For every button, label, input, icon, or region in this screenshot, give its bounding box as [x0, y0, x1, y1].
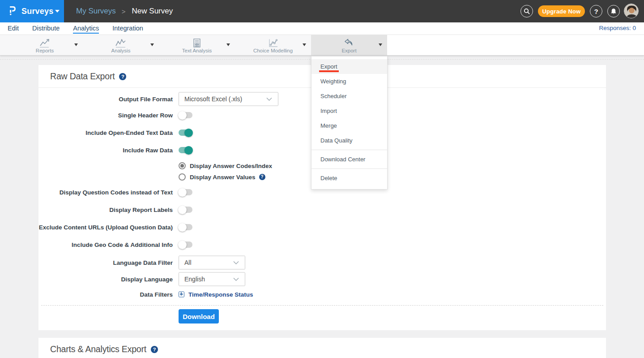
output-file-format-select[interactable]: Microsoft Excel (.xls)	[179, 92, 278, 106]
help-button[interactable]: ?	[590, 5, 602, 17]
responses-count: Responses: 0	[599, 22, 636, 35]
export-caret-icon	[379, 43, 382, 46]
questionpro-logo-icon	[10, 6, 16, 15]
menu-divider	[311, 168, 387, 169]
menu-item-export[interactable]: Export	[311, 59, 387, 74]
answer-values-help-icon[interactable]: ?	[259, 174, 265, 180]
language-data-filter-select[interactable]: All	[179, 256, 245, 270]
tab-analytics[interactable]: Analytics	[73, 24, 99, 34]
menu-item-delete[interactable]: Delete	[311, 171, 387, 185]
form-dashed-divider	[41, 305, 603, 306]
avatar-photo	[624, 4, 639, 18]
text-analysis-icon	[190, 38, 204, 48]
menu-item-import[interactable]: Import	[311, 104, 387, 118]
plus-square-icon	[179, 292, 184, 298]
export-dropdown-menu: Export Weighting Scheduler Import Merge …	[311, 56, 388, 190]
raw-data-export-help-icon[interactable]: ?	[119, 73, 126, 80]
breadcrumb: My Surveys > New Survey	[76, 0, 173, 22]
top-bar: Surveys My Surveys > New Survey Upgrade …	[0, 0, 644, 22]
analytics-toolbar: Reports Analysis Text Analysis	[0, 35, 644, 56]
include-raw-data-toggle[interactable]	[179, 147, 192, 153]
display-language-select[interactable]: English	[179, 272, 245, 286]
search-button[interactable]	[520, 5, 533, 17]
analysis-caret-icon	[150, 43, 154, 46]
breadcrumb-current-survey: New Survey	[132, 7, 173, 16]
reports-icon	[38, 38, 51, 48]
chevron-down-icon	[266, 98, 272, 101]
tab-edit[interactable]: Edit	[8, 24, 19, 34]
chevron-down-icon	[233, 278, 239, 281]
download-button[interactable]: Download	[179, 309, 219, 323]
user-avatar[interactable]	[624, 4, 639, 18]
survey-section-nav: Edit Distribute Analytics Integration Re…	[0, 22, 644, 35]
toolbar-item-reports[interactable]: Reports	[7, 35, 83, 55]
choice-modelling-icon	[266, 38, 280, 48]
text-analysis-caret-icon	[226, 43, 230, 46]
upgrade-now-button[interactable]: Upgrade Now	[538, 5, 585, 17]
tab-distribute[interactable]: Distribute	[32, 24, 60, 34]
include-open-ended-toggle[interactable]	[179, 129, 192, 136]
product-switcher-caret-icon	[55, 10, 60, 13]
product-name: Surveys	[21, 0, 53, 22]
single-header-row-toggle[interactable]	[179, 112, 192, 118]
menu-item-merge[interactable]: Merge	[311, 118, 387, 133]
geo-code-toggle[interactable]	[179, 242, 192, 248]
display-answer-values-radio[interactable]	[179, 173, 186, 181]
toolbar-item-text-analysis[interactable]: Text Analysis	[159, 35, 235, 55]
breadcrumb-separator: >	[122, 8, 126, 15]
charts-export-help-icon[interactable]: ?	[151, 346, 158, 353]
toolbar-item-export[interactable]: Export	[311, 35, 387, 55]
bell-icon	[610, 8, 617, 15]
notifications-button[interactable]	[607, 5, 620, 17]
breadcrumb-my-surveys[interactable]: My Surveys	[76, 7, 116, 16]
choice-modelling-caret-icon	[303, 43, 306, 46]
search-icon	[524, 8, 530, 14]
toolbar-item-analysis[interactable]: Analysis	[83, 35, 159, 55]
raw-data-export-title: Raw Data Export?	[50, 71, 126, 82]
product-logo-block[interactable]: Surveys	[0, 0, 64, 22]
menu-item-data-quality[interactable]: Data Quality	[311, 133, 387, 148]
charts-analytics-export-header: Charts & Analytics Export?	[38, 338, 606, 358]
export-icon	[342, 38, 356, 48]
analysis-icon	[114, 38, 128, 48]
report-labels-toggle[interactable]	[179, 207, 192, 213]
chevron-down-icon	[233, 261, 239, 265]
toolbar-item-choice-modelling[interactable]: Choice Modelling	[235, 35, 311, 55]
time-response-status-link[interactable]: Time/Response Status	[179, 291, 253, 298]
menu-item-download-center[interactable]: Download Center	[311, 152, 387, 167]
menu-item-weighting[interactable]: Weighting	[311, 74, 387, 89]
question-mark-icon: ?	[594, 8, 598, 15]
charts-analytics-export-title: Charts & Analytics Export?	[50, 344, 158, 354]
menu-divider	[311, 150, 387, 150]
tab-integration[interactable]: Integration	[112, 24, 143, 34]
exclude-content-urls-toggle[interactable]	[179, 224, 192, 230]
charts-analytics-export-card: Charts & Analytics Export?	[38, 338, 606, 358]
reports-caret-icon	[74, 43, 78, 46]
menu-item-scheduler[interactable]: Scheduler	[311, 89, 387, 104]
question-codes-toggle[interactable]	[179, 189, 192, 195]
display-answer-codes-radio[interactable]	[179, 162, 186, 169]
